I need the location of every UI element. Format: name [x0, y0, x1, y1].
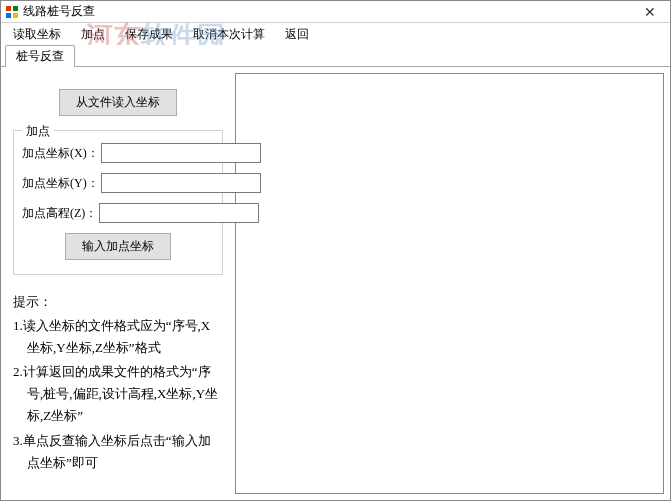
x-input[interactable] — [101, 143, 261, 163]
menu-return[interactable]: 返回 — [281, 24, 313, 45]
menubar: 读取坐标 加点 保存成果 取消本次计算 返回 — [1, 23, 670, 45]
svg-rect-3 — [13, 13, 18, 18]
left-panel: 从文件读入坐标 加点 加点坐标(X)： 加点坐标(Y)： 加点高程(Z)： 输入… — [7, 73, 229, 494]
hint-item-1: 1.读入坐标的文件格式应为“序号,X坐标,Y坐标,Z坐标”格式 — [13, 315, 223, 359]
submit-point-button[interactable]: 输入加点坐标 — [65, 233, 171, 260]
load-from-file-button[interactable]: 从文件读入坐标 — [59, 89, 177, 116]
menu-add-point[interactable]: 加点 — [77, 24, 109, 45]
hint-item-3: 3.单点反查输入坐标后点击“输入加点坐标”即可 — [13, 430, 223, 474]
hint-item-2: 2.计算返回的成果文件的格式为“序号,桩号,偏距,设计高程,X坐标,Y坐标,Z坐… — [13, 361, 223, 427]
tab-reverse-lookup[interactable]: 桩号反查 — [5, 45, 75, 67]
output-panel — [235, 73, 664, 494]
z-label: 加点高程(Z)： — [22, 205, 97, 222]
svg-rect-2 — [6, 13, 11, 18]
main-window: 线路桩号反查 ✕ 读取坐标 加点 保存成果 取消本次计算 返回 桩号反查 从文件… — [0, 0, 671, 501]
fieldset-legend: 加点 — [22, 123, 54, 140]
menu-load-coords[interactable]: 读取坐标 — [9, 24, 65, 45]
hints-section: 提示： 1.读入坐标的文件格式应为“序号,X坐标,Y坐标,Z坐标”格式 2.计算… — [13, 291, 223, 474]
y-input[interactable] — [101, 173, 261, 193]
menu-cancel-calc[interactable]: 取消本次计算 — [189, 24, 269, 45]
svg-rect-0 — [6, 6, 11, 11]
app-icon — [5, 5, 19, 19]
close-icon: ✕ — [644, 4, 656, 20]
add-point-fieldset: 加点 加点坐标(X)： 加点坐标(Y)： 加点高程(Z)： 输入加点坐标 — [13, 130, 223, 275]
z-input[interactable] — [99, 203, 259, 223]
close-button[interactable]: ✕ — [630, 1, 670, 22]
hints-title: 提示： — [13, 291, 223, 313]
svg-rect-1 — [13, 6, 18, 11]
x-label: 加点坐标(X)： — [22, 145, 99, 162]
y-label: 加点坐标(Y)： — [22, 175, 99, 192]
tabbar: 桩号反查 — [1, 45, 670, 67]
menu-save-result[interactable]: 保存成果 — [121, 24, 177, 45]
titlebar: 线路桩号反查 ✕ — [1, 1, 670, 23]
window-title: 线路桩号反查 — [23, 3, 95, 20]
content-area: 从文件读入坐标 加点 加点坐标(X)： 加点坐标(Y)： 加点高程(Z)： 输入… — [1, 67, 670, 500]
